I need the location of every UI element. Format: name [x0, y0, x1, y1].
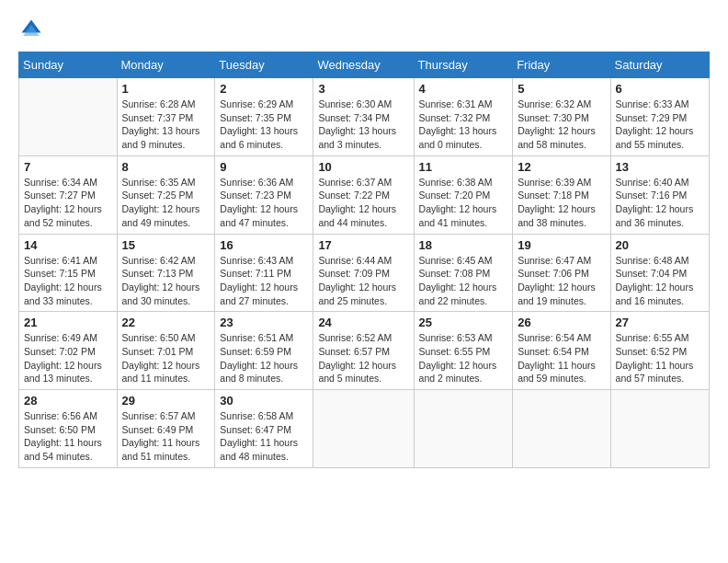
day-cell: 22Sunrise: 6:50 AM Sunset: 7:01 PM Dayli… — [117, 312, 215, 390]
day-info: Sunrise: 6:41 AM Sunset: 7:15 PM Dayligh… — [24, 254, 112, 308]
day-cell: 1Sunrise: 6:28 AM Sunset: 7:37 PM Daylig… — [117, 78, 215, 156]
day-cell: 6Sunrise: 6:33 AM Sunset: 7:29 PM Daylig… — [610, 78, 709, 156]
day-info: Sunrise: 6:44 AM Sunset: 7:09 PM Dayligh… — [318, 254, 408, 308]
day-number: 6 — [616, 82, 704, 96]
day-cell: 21Sunrise: 6:49 AM Sunset: 7:02 PM Dayli… — [19, 312, 118, 390]
day-number: 10 — [318, 160, 408, 174]
day-info: Sunrise: 6:38 AM Sunset: 7:20 PM Dayligh… — [419, 176, 508, 230]
day-cell: 5Sunrise: 6:32 AM Sunset: 7:30 PM Daylig… — [513, 78, 610, 156]
day-cell: 18Sunrise: 6:45 AM Sunset: 7:08 PM Dayli… — [414, 234, 513, 312]
day-info: Sunrise: 6:33 AM Sunset: 7:29 PM Dayligh… — [616, 98, 704, 152]
day-cell: 23Sunrise: 6:51 AM Sunset: 6:59 PM Dayli… — [215, 312, 313, 390]
day-cell: 27Sunrise: 6:55 AM Sunset: 6:52 PM Dayli… — [610, 312, 709, 390]
header-day-tuesday: Tuesday — [215, 52, 313, 78]
week-row-1: 1Sunrise: 6:28 AM Sunset: 7:37 PM Daylig… — [19, 78, 710, 156]
day-number: 17 — [318, 238, 408, 252]
day-number: 11 — [419, 160, 508, 174]
day-number: 21 — [24, 316, 112, 329]
week-row-2: 7Sunrise: 6:34 AM Sunset: 7:27 PM Daylig… — [19, 155, 710, 234]
day-cell: 20Sunrise: 6:48 AM Sunset: 7:04 PM Dayli… — [610, 234, 709, 312]
week-row-3: 14Sunrise: 6:41 AM Sunset: 7:15 PM Dayli… — [19, 234, 710, 312]
day-number: 28 — [24, 394, 112, 408]
day-cell: 17Sunrise: 6:44 AM Sunset: 7:09 PM Dayli… — [313, 234, 414, 312]
week-row-5: 28Sunrise: 6:56 AM Sunset: 6:50 PM Dayli… — [19, 390, 710, 468]
day-cell — [513, 390, 610, 468]
day-info: Sunrise: 6:35 AM Sunset: 7:25 PM Dayligh… — [122, 176, 210, 230]
day-number: 23 — [220, 316, 308, 329]
day-number: 16 — [220, 238, 308, 252]
day-cell: 8Sunrise: 6:35 AM Sunset: 7:25 PM Daylig… — [117, 155, 215, 234]
calendar-page: SundayMondayTuesdayWednesdayThursdayFrid… — [0, 0, 728, 563]
day-info: Sunrise: 6:55 AM Sunset: 6:52 PM Dayligh… — [616, 331, 704, 385]
day-info: Sunrise: 6:56 AM Sunset: 6:50 PM Dayligh… — [24, 409, 112, 464]
day-info: Sunrise: 6:32 AM Sunset: 7:30 PM Dayligh… — [518, 98, 605, 152]
day-info: Sunrise: 6:31 AM Sunset: 7:32 PM Dayligh… — [419, 98, 508, 152]
day-number: 19 — [518, 238, 605, 252]
day-number: 5 — [518, 82, 605, 96]
day-cell: 4Sunrise: 6:31 AM Sunset: 7:32 PM Daylig… — [414, 78, 513, 156]
day-number: 27 — [616, 316, 704, 329]
day-cell — [313, 390, 414, 468]
day-info: Sunrise: 6:49 AM Sunset: 7:02 PM Dayligh… — [24, 331, 112, 385]
header-day-wednesday: Wednesday — [313, 52, 414, 78]
day-info: Sunrise: 6:58 AM Sunset: 6:47 PM Dayligh… — [220, 409, 308, 464]
day-info: Sunrise: 6:42 AM Sunset: 7:13 PM Dayligh… — [122, 254, 210, 308]
header-day-sunday: Sunday — [19, 52, 118, 78]
day-info: Sunrise: 6:47 AM Sunset: 7:06 PM Dayligh… — [518, 254, 605, 308]
day-cell: 24Sunrise: 6:52 AM Sunset: 6:57 PM Dayli… — [313, 312, 414, 390]
day-cell: 10Sunrise: 6:37 AM Sunset: 7:22 PM Dayli… — [313, 155, 414, 234]
day-info: Sunrise: 6:45 AM Sunset: 7:08 PM Dayligh… — [419, 254, 508, 308]
day-cell: 2Sunrise: 6:29 AM Sunset: 7:35 PM Daylig… — [215, 78, 313, 156]
day-cell: 9Sunrise: 6:36 AM Sunset: 7:23 PM Daylig… — [215, 155, 313, 234]
day-number: 25 — [419, 316, 508, 329]
day-cell: 26Sunrise: 6:54 AM Sunset: 6:54 PM Dayli… — [513, 312, 610, 390]
day-cell: 29Sunrise: 6:57 AM Sunset: 6:49 PM Dayli… — [117, 390, 215, 468]
day-info: Sunrise: 6:50 AM Sunset: 7:01 PM Dayligh… — [122, 331, 210, 385]
day-cell: 25Sunrise: 6:53 AM Sunset: 6:55 PM Dayli… — [414, 312, 513, 390]
day-number: 29 — [122, 394, 210, 408]
logo — [18, 17, 48, 42]
day-cell: 30Sunrise: 6:58 AM Sunset: 6:47 PM Dayli… — [215, 390, 313, 468]
day-info: Sunrise: 6:51 AM Sunset: 6:59 PM Dayligh… — [220, 331, 308, 385]
day-info: Sunrise: 6:36 AM Sunset: 7:23 PM Dayligh… — [220, 176, 308, 230]
day-info: Sunrise: 6:30 AM Sunset: 7:34 PM Dayligh… — [318, 98, 408, 152]
day-cell: 7Sunrise: 6:34 AM Sunset: 7:27 PM Daylig… — [19, 155, 118, 234]
week-row-4: 21Sunrise: 6:49 AM Sunset: 7:02 PM Dayli… — [19, 312, 710, 390]
day-number: 26 — [518, 316, 605, 329]
header-day-saturday: Saturday — [610, 52, 709, 78]
day-number: 4 — [419, 82, 508, 96]
day-number: 3 — [318, 82, 408, 96]
day-cell: 3Sunrise: 6:30 AM Sunset: 7:34 PM Daylig… — [313, 78, 414, 156]
day-cell: 12Sunrise: 6:39 AM Sunset: 7:18 PM Dayli… — [513, 155, 610, 234]
day-number: 18 — [419, 238, 508, 252]
day-number: 1 — [122, 82, 210, 96]
day-cell — [19, 78, 118, 156]
day-number: 20 — [616, 238, 704, 252]
logo-icon — [18, 17, 44, 42]
day-info: Sunrise: 6:40 AM Sunset: 7:16 PM Dayligh… — [616, 176, 704, 230]
day-number: 14 — [24, 238, 112, 252]
day-cell: 13Sunrise: 6:40 AM Sunset: 7:16 PM Dayli… — [610, 155, 709, 234]
day-cell — [610, 390, 709, 468]
day-cell: 14Sunrise: 6:41 AM Sunset: 7:15 PM Dayli… — [19, 234, 118, 312]
day-number: 13 — [616, 160, 704, 174]
header — [18, 17, 710, 42]
day-info: Sunrise: 6:37 AM Sunset: 7:22 PM Dayligh… — [318, 176, 408, 230]
day-number: 24 — [318, 316, 408, 329]
day-info: Sunrise: 6:57 AM Sunset: 6:49 PM Dayligh… — [122, 409, 210, 464]
header-row: SundayMondayTuesdayWednesdayThursdayFrid… — [19, 52, 710, 78]
day-info: Sunrise: 6:39 AM Sunset: 7:18 PM Dayligh… — [518, 176, 605, 230]
header-day-thursday: Thursday — [414, 52, 513, 78]
day-info: Sunrise: 6:54 AM Sunset: 6:54 PM Dayligh… — [518, 331, 605, 385]
day-number: 7 — [24, 160, 112, 174]
day-number: 12 — [518, 160, 605, 174]
day-info: Sunrise: 6:43 AM Sunset: 7:11 PM Dayligh… — [220, 254, 308, 308]
day-cell: 28Sunrise: 6:56 AM Sunset: 6:50 PM Dayli… — [19, 390, 118, 468]
day-number: 9 — [220, 160, 308, 174]
day-number: 2 — [220, 82, 308, 96]
day-info: Sunrise: 6:28 AM Sunset: 7:37 PM Dayligh… — [122, 98, 210, 152]
day-info: Sunrise: 6:34 AM Sunset: 7:27 PM Dayligh… — [24, 176, 112, 230]
day-info: Sunrise: 6:48 AM Sunset: 7:04 PM Dayligh… — [616, 254, 704, 308]
day-number: 22 — [122, 316, 210, 329]
day-cell: 11Sunrise: 6:38 AM Sunset: 7:20 PM Dayli… — [414, 155, 513, 234]
